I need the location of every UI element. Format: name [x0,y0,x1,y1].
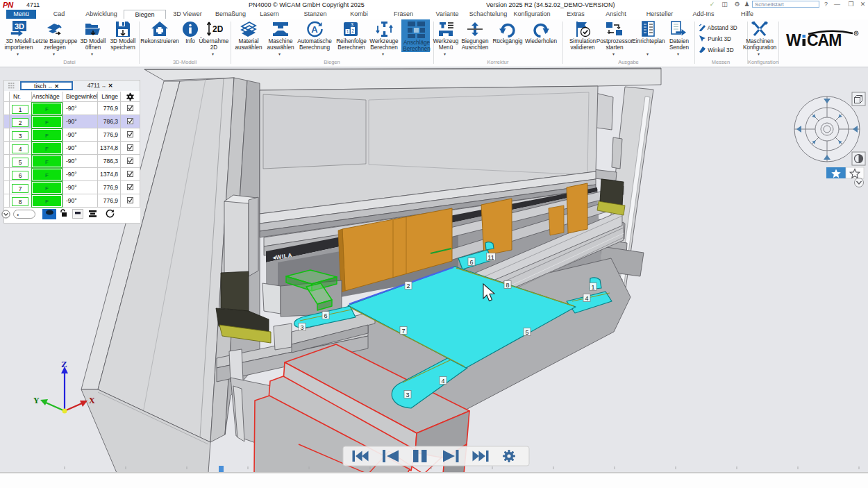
svg-text:5: 5 [525,329,528,336]
svg-text:7: 7 [401,328,405,335]
svg-text:6: 6 [469,259,473,266]
svg-text:W: W [786,31,801,49]
svg-text:Z: Z [61,359,67,369]
svg-text:R: R [855,31,858,35]
svg-text:2: 2 [406,283,410,289]
svg-text:8: 8 [506,282,509,289]
svg-text:X: X [89,396,95,405]
svg-text:4: 4 [585,295,588,302]
svg-text:1: 1 [347,29,349,34]
svg-text:3: 3 [406,392,409,398]
svg-text:2D: 2D [212,24,223,34]
svg-text:2: 2 [351,28,354,33]
svg-text:6: 6 [324,312,327,319]
svg-text:3: 3 [351,22,353,27]
svg-text:1: 1 [591,284,594,291]
svg-text:Y: Y [33,396,40,405]
svg-text:3D: 3D [15,22,24,31]
svg-text:4: 4 [441,378,444,385]
svg-text:3: 3 [300,324,303,331]
svg-text:A: A [311,24,318,35]
svg-text:11: 11 [487,254,494,261]
